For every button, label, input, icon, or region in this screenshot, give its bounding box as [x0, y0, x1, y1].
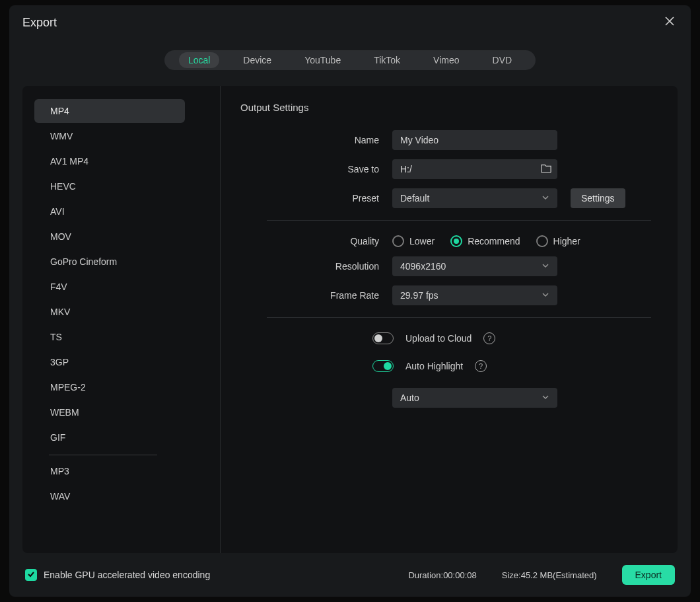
gpu-checkbox[interactable]: [25, 569, 37, 581]
framerate-value: 29.97 fps: [400, 290, 438, 301]
main-panel: MP4WMVAV1 MP4HEVCAVIMOVGoPro CineformF4V…: [22, 86, 678, 553]
size-info: Size:45.2 MB(Estimated): [502, 570, 597, 580]
format-mp4[interactable]: MP4: [34, 99, 185, 123]
settings-button[interactable]: Settings: [571, 188, 625, 208]
highlight-mode-value: Auto: [400, 393, 419, 403]
format-separator: [49, 455, 157, 455]
divider: [267, 220, 651, 221]
quality-radio-group: LowerRecommendHigher: [392, 235, 580, 247]
name-field[interactable]: [392, 130, 557, 150]
preset-select[interactable]: Default: [392, 188, 557, 208]
footer: Enable GPU accelerated video encoding Du…: [9, 553, 691, 597]
quality-radio-label: Higher: [553, 236, 580, 246]
resolution-select[interactable]: 4096x2160: [392, 256, 557, 276]
format-ts[interactable]: TS: [34, 325, 185, 349]
save-to-label: Save to: [240, 164, 392, 174]
format-webm[interactable]: WEBM: [34, 400, 185, 424]
auto-highlight-label: Auto Highlight: [405, 361, 463, 371]
quality-radio-label: Lower: [409, 236, 435, 246]
auto-highlight-toggle[interactable]: [372, 360, 394, 372]
titlebar: Export: [9, 5, 691, 38]
format-gif[interactable]: GIF: [34, 426, 185, 449]
dialog-title: Export: [22, 16, 57, 30]
folder-icon[interactable]: [540, 163, 552, 176]
preset-value: Default: [400, 193, 429, 204]
format-hevc[interactable]: HEVC: [34, 174, 185, 198]
export-button[interactable]: Export: [622, 565, 675, 585]
export-dialog: Export LocalDeviceYouTubeTikTokVimeoDVD …: [9, 5, 691, 597]
tab-youtube[interactable]: YouTube: [295, 52, 350, 68]
quality-radio-recommend[interactable]: Recommend: [450, 235, 520, 247]
save-to-field[interactable]: H:/: [392, 159, 557, 179]
quality-label: Quality: [240, 236, 392, 246]
tabs-row: LocalDeviceYouTubeTikTokVimeoDVD: [9, 38, 691, 74]
tab-tiktok[interactable]: TikTok: [365, 52, 409, 68]
output-settings: Output Settings Name Save to H:/ Preset: [221, 86, 678, 553]
quality-radio-higher[interactable]: Higher: [536, 235, 580, 247]
tab-local[interactable]: Local: [179, 52, 219, 68]
format-wmv[interactable]: WMV: [34, 124, 185, 148]
format-3gp[interactable]: 3GP: [34, 350, 185, 374]
divider: [267, 317, 651, 318]
close-icon: [664, 16, 675, 29]
format-mkv[interactable]: MKV: [34, 300, 185, 324]
help-icon[interactable]: ?: [483, 332, 495, 344]
check-icon: [27, 569, 35, 581]
format-av1-mp4[interactable]: AV1 MP4: [34, 149, 185, 173]
preset-label: Preset: [240, 193, 392, 204]
name-input[interactable]: [400, 135, 549, 145]
resolution-value: 4096x2160: [400, 261, 446, 272]
close-button[interactable]: [662, 15, 678, 30]
format-f4v[interactable]: F4V: [34, 275, 185, 299]
save-to-value: H:/: [400, 164, 412, 174]
resolution-label: Resolution: [240, 261, 392, 272]
name-label: Name: [240, 135, 392, 145]
section-title: Output Settings: [240, 102, 651, 113]
framerate-label: Frame Rate: [240, 290, 392, 301]
tabs-pill: LocalDeviceYouTubeTikTokVimeoDVD: [164, 50, 536, 70]
tab-dvd[interactable]: DVD: [483, 52, 522, 68]
duration-info: Duration:00:00:08: [408, 570, 476, 580]
tab-vimeo[interactable]: Vimeo: [424, 52, 468, 68]
tab-device[interactable]: Device: [234, 52, 281, 68]
format-mp3[interactable]: MP3: [34, 459, 185, 483]
highlight-mode-select[interactable]: Auto: [392, 388, 557, 408]
upload-cloud-toggle[interactable]: [372, 332, 394, 344]
chevron-down-icon: [542, 393, 549, 403]
quality-radio-lower[interactable]: Lower: [392, 235, 435, 247]
upload-cloud-label: Upload to Cloud: [405, 333, 472, 344]
chevron-down-icon: [542, 193, 549, 204]
format-gopro-cineform[interactable]: GoPro Cineform: [34, 250, 185, 274]
format-mpeg-2[interactable]: MPEG-2: [34, 375, 185, 399]
help-icon[interactable]: ?: [475, 360, 487, 372]
format-mov[interactable]: MOV: [34, 225, 185, 248]
gpu-label: Enable GPU accelerated video encoding: [44, 570, 210, 580]
format-wav[interactable]: WAV: [34, 484, 185, 508]
quality-radio-label: Recommend: [468, 236, 520, 246]
framerate-select[interactable]: 29.97 fps: [392, 285, 557, 305]
format-avi[interactable]: AVI: [34, 200, 185, 223]
chevron-down-icon: [542, 261, 549, 272]
chevron-down-icon: [542, 290, 549, 301]
format-sidebar: MP4WMVAV1 MP4HEVCAVIMOVGoPro CineformF4V…: [22, 86, 221, 553]
